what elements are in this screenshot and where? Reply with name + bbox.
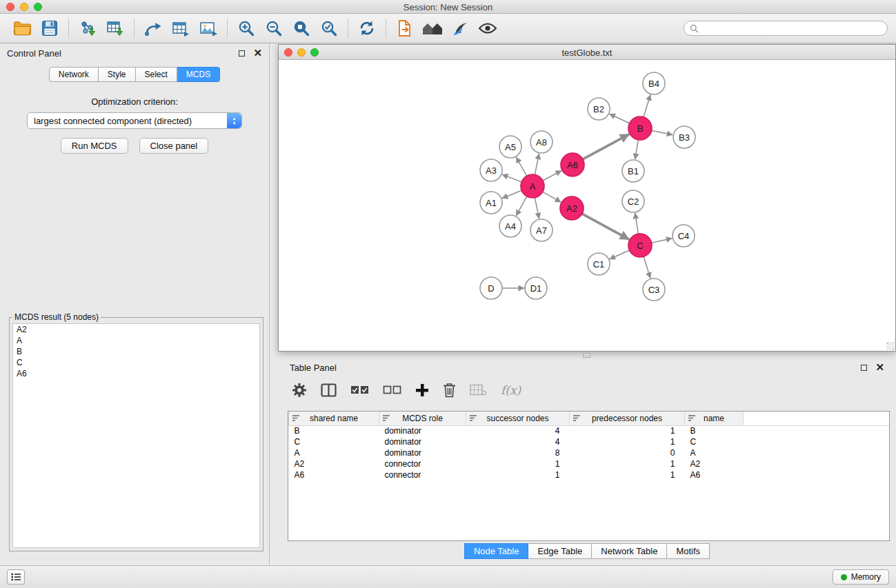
graph-node-A4[interactable]: A4 [499,215,521,237]
column-header-successor-nodes[interactable]: successor nodes [466,412,570,425]
add-row-button[interactable] [415,383,429,397]
zoom-selected-button[interactable] [315,16,343,41]
graph-node-C1[interactable]: C1 [588,253,610,275]
search-input[interactable] [701,23,882,33]
column-header-shared-name[interactable]: shared name [289,412,379,425]
show-hide-button[interactable] [474,16,501,41]
graph-edge-A6-B[interactable] [583,134,629,159]
graph-edge-A-A2[interactable] [543,192,561,202]
import-document-button[interactable] [391,16,419,41]
memory-button[interactable]: Memory [833,569,889,585]
export-table-button[interactable] [167,16,195,41]
deselect-all-button[interactable] [383,385,401,395]
import-table-button[interactable] [101,16,129,41]
graph-edge-B-B3[interactable] [652,130,673,134]
close-panel-button[interactable]: Close panel [139,138,209,154]
run-mcds-button[interactable]: Run MCDS [61,138,128,154]
task-history-button[interactable] [7,569,25,585]
home-views-button[interactable] [419,16,446,41]
graph-edge-B-B1[interactable] [635,140,639,159]
export-network-button[interactable] [139,16,167,41]
table-row[interactable]: A2connector11A2 [289,458,890,469]
open-session-button[interactable] [8,16,36,41]
graph-edge-C-C3[interactable] [644,256,650,278]
tab-network[interactable]: Network [49,67,99,82]
float-table-panel-button[interactable] [861,365,867,371]
graph-node-B3[interactable]: B3 [673,126,695,148]
graph-edge-B-B2[interactable] [609,114,629,123]
graph-node-A5[interactable]: A5 [499,136,521,158]
graph-node-A2[interactable]: A2 [560,196,584,220]
close-table-panel-icon[interactable]: ✕ [875,364,884,371]
graph-edge-C-C4[interactable] [652,239,673,243]
graph-edge-C-C1[interactable] [610,250,630,259]
apply-style-button[interactable] [446,16,474,41]
column-header-name[interactable]: name [685,412,744,425]
close-panel-icon[interactable]: ✕ [253,50,262,57]
apply-layout-button[interactable] [353,16,381,41]
graph-node-D[interactable]: D [480,277,502,299]
node-table[interactable]: shared nameMCDS rolesuccessor nodesprede… [288,411,890,541]
graph-node-C4[interactable]: C4 [673,225,695,247]
tab-network-table[interactable]: Network Table [592,543,667,559]
graph-edge-A-A7[interactable] [535,198,539,219]
table-row[interactable]: A6connector11A6 [289,469,890,480]
graph-node-D1[interactable]: D1 [525,277,547,299]
delete-row-button[interactable] [443,383,456,398]
graph-edge-A-A3[interactable] [502,174,521,182]
graph-edge-A-A5[interactable] [516,157,526,176]
resize-grip[interactable] [886,342,895,350]
search-box[interactable] [684,21,888,36]
graph-node-C3[interactable]: C3 [643,278,665,301]
zoom-in-button[interactable] [232,16,260,41]
graph-node-A8[interactable]: A8 [530,131,552,153]
save-session-button[interactable] [36,16,63,41]
table-settings-button[interactable] [292,383,307,398]
graph-edge-A2-C[interactable] [582,214,629,239]
graph-node-C[interactable]: C [628,234,652,257]
table-row[interactable]: Adominator80A [289,447,890,458]
tab-mcds[interactable]: MCDS [177,67,220,82]
tab-node-table[interactable]: Node Table [464,543,529,559]
graph-edge-A-A4[interactable] [516,196,527,216]
optimization-dropdown[interactable]: largest connected component (directed) ▲… [27,112,242,129]
graph-node-A6[interactable]: A6 [561,153,584,176]
split-handle[interactable] [583,353,590,358]
graph-edge-A-A6[interactable] [543,171,561,181]
column-header-MCDS-role[interactable]: MCDS role [379,412,466,425]
graph-edge-C-C2[interactable] [635,213,639,234]
network-graph[interactable]: B4B2BB3A5A8A6A3B1AC2A1A2A4A7C4CC1DD1C3 [279,60,895,351]
list-item[interactable]: A [13,335,259,346]
graph-node-A7[interactable]: A7 [530,219,552,241]
table-row[interactable]: Cdominator41C [289,436,890,447]
graph-node-A[interactable]: A [521,174,544,198]
tab-motifs[interactable]: Motifs [667,543,710,559]
network-canvas[interactable]: B4B2BB3A5A8A6A3B1AC2A1A2A4A7C4CC1DD1C3 [279,60,895,351]
tab-edge-table[interactable]: Edge Table [528,543,592,559]
list-item[interactable]: B [13,346,259,357]
graph-node-B4[interactable]: B4 [643,72,665,94]
graph-edge-A-A1[interactable] [502,190,521,198]
graph-edge-A-A8[interactable] [535,154,539,175]
import-network-button[interactable] [74,16,101,41]
list-item[interactable]: A6 [13,368,259,379]
zoom-out-button[interactable] [260,16,288,41]
column-layout-button[interactable] [321,383,337,397]
column-header-predecessor-nodes[interactable]: predecessor nodes [570,412,685,425]
graph-node-B2[interactable]: B2 [588,98,610,120]
select-all-button[interactable] [350,385,369,395]
list-item[interactable]: A2 [13,324,259,335]
float-panel-button[interactable] [239,50,245,57]
graph-edge-B-B4[interactable] [644,94,650,117]
list-item[interactable]: C [13,357,259,368]
table-row[interactable]: Bdominator41B [289,425,890,436]
graph-node-B1[interactable]: B1 [622,160,644,182]
tab-select[interactable]: Select [136,67,177,82]
tab-style[interactable]: Style [99,67,136,82]
export-image-button[interactable] [195,16,222,41]
zoom-fit-button[interactable] [288,16,315,41]
graph-node-C2[interactable]: C2 [622,190,644,212]
graph-node-B[interactable]: B [628,116,652,140]
graph-node-A1[interactable]: A1 [480,192,502,214]
graph-node-A3[interactable]: A3 [480,159,502,181]
